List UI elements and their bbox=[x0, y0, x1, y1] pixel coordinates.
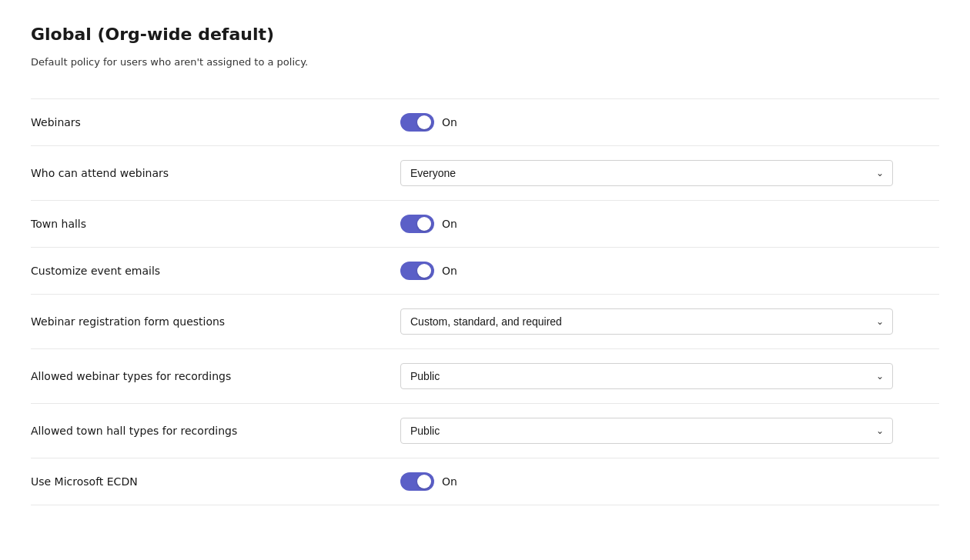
page-description: Default policy for users who aren't assi… bbox=[31, 56, 939, 68]
setting-label-who-can-attend: Who can attend webinars bbox=[31, 167, 400, 179]
setting-control-who-can-attend: EveryonePeople in my orgInvited users on… bbox=[400, 160, 939, 186]
dropdown-wrapper-webinar-registration-form: Custom, standard, and requiredStandard a… bbox=[400, 308, 893, 335]
setting-control-webinars: On bbox=[400, 113, 939, 132]
toggle-webinars[interactable] bbox=[400, 113, 434, 132]
page-title: Global (Org-wide default) bbox=[31, 25, 939, 44]
setting-row-town-halls: Town hallsOn bbox=[31, 201, 939, 248]
dropdown-allowed-town-hall-types[interactable]: PublicPrivateNone bbox=[400, 418, 893, 444]
setting-label-customize-event-emails: Customize event emails bbox=[31, 265, 400, 277]
dropdown-wrapper-allowed-town-hall-types: PublicPrivateNone⌄ bbox=[400, 418, 893, 444]
setting-row-who-can-attend: Who can attend webinarsEveryonePeople in… bbox=[31, 146, 939, 201]
toggle-status-customize-event-emails: On bbox=[442, 265, 457, 277]
toggle-wrapper-webinars: On bbox=[400, 113, 457, 132]
setting-label-webinars: Webinars bbox=[31, 116, 400, 128]
toggle-status-use-microsoft-ecdn: On bbox=[442, 475, 457, 488]
setting-control-allowed-town-hall-types: PublicPrivateNone⌄ bbox=[400, 418, 939, 444]
setting-control-town-halls: On bbox=[400, 215, 939, 233]
setting-control-webinar-registration-form: Custom, standard, and requiredStandard a… bbox=[400, 308, 939, 335]
settings-list: WebinarsOnWho can attend webinarsEveryon… bbox=[31, 98, 939, 505]
setting-label-use-microsoft-ecdn: Use Microsoft ECDN bbox=[31, 475, 400, 488]
toggle-thumb-use-microsoft-ecdn bbox=[417, 475, 431, 488]
dropdown-wrapper-allowed-webinar-types: PublicPrivateNone⌄ bbox=[400, 363, 893, 389]
setting-control-allowed-webinar-types: PublicPrivateNone⌄ bbox=[400, 363, 939, 389]
toggle-thumb-town-halls bbox=[417, 217, 431, 231]
setting-label-webinar-registration-form: Webinar registration form questions bbox=[31, 315, 400, 328]
dropdown-who-can-attend[interactable]: EveryonePeople in my orgInvited users on… bbox=[400, 160, 893, 186]
toggle-status-town-halls: On bbox=[442, 218, 457, 230]
dropdown-wrapper-who-can-attend: EveryonePeople in my orgInvited users on… bbox=[400, 160, 893, 186]
setting-row-webinar-registration-form: Webinar registration form questionsCusto… bbox=[31, 295, 939, 349]
setting-row-webinars: WebinarsOn bbox=[31, 98, 939, 146]
setting-row-use-microsoft-ecdn: Use Microsoft ECDNOn bbox=[31, 458, 939, 505]
setting-control-customize-event-emails: On bbox=[400, 262, 939, 280]
setting-label-allowed-webinar-types: Allowed webinar types for recordings bbox=[31, 370, 400, 382]
dropdown-allowed-webinar-types[interactable]: PublicPrivateNone bbox=[400, 363, 893, 389]
toggle-status-webinars: On bbox=[442, 116, 457, 128]
toggle-use-microsoft-ecdn[interactable] bbox=[400, 472, 434, 491]
setting-row-customize-event-emails: Customize event emailsOn bbox=[31, 248, 939, 295]
setting-row-allowed-town-hall-types: Allowed town hall types for recordingsPu… bbox=[31, 404, 939, 458]
setting-label-town-halls: Town halls bbox=[31, 218, 400, 230]
toggle-customize-event-emails[interactable] bbox=[400, 262, 434, 280]
toggle-thumb-webinars bbox=[417, 115, 431, 129]
setting-row-allowed-webinar-types: Allowed webinar types for recordingsPubl… bbox=[31, 349, 939, 404]
toggle-town-halls[interactable] bbox=[400, 215, 434, 233]
setting-control-use-microsoft-ecdn: On bbox=[400, 472, 939, 491]
dropdown-webinar-registration-form[interactable]: Custom, standard, and requiredStandard a… bbox=[400, 308, 893, 335]
toggle-wrapper-town-halls: On bbox=[400, 215, 457, 233]
toggle-wrapper-use-microsoft-ecdn: On bbox=[400, 472, 457, 491]
page-container: Global (Org-wide default) Default policy… bbox=[0, 0, 970, 560]
toggle-thumb-customize-event-emails bbox=[417, 264, 431, 278]
setting-label-allowed-town-hall-types: Allowed town hall types for recordings bbox=[31, 425, 400, 437]
toggle-wrapper-customize-event-emails: On bbox=[400, 262, 457, 280]
